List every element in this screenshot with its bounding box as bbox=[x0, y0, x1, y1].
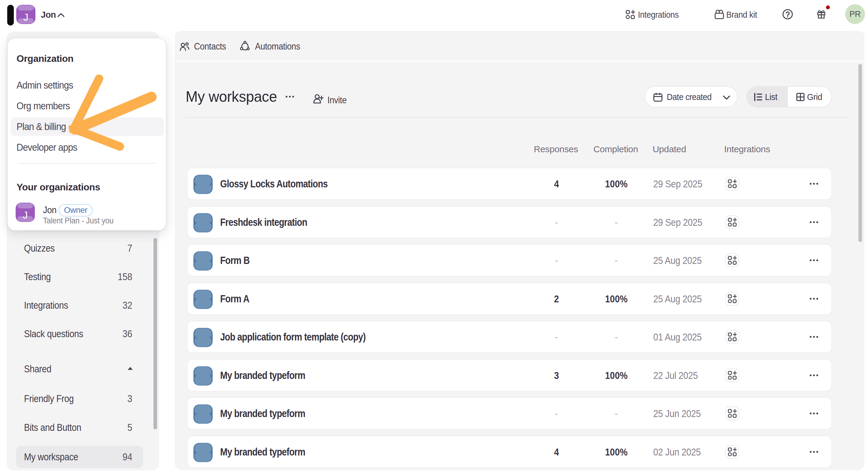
svg-text:J: J bbox=[23, 209, 28, 221]
svg-text:J: J bbox=[24, 11, 29, 23]
